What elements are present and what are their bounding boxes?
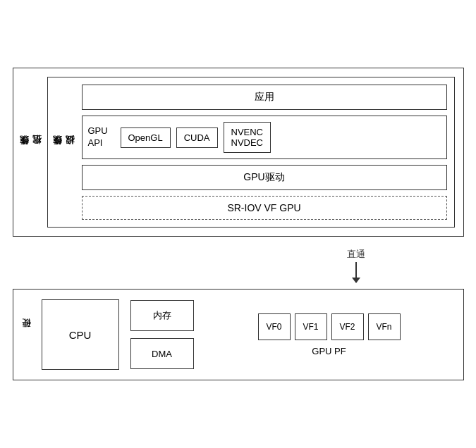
- nvenc-box: NVENC NVDEC: [224, 122, 271, 153]
- vf2-box: VF2: [331, 313, 364, 340]
- sriov-box: SR-IOV VF GPU: [82, 196, 447, 220]
- opengl-box: OpenGL: [121, 127, 171, 148]
- arrow-label-wrap: 直通: [347, 248, 365, 283]
- arrow-line: [355, 262, 357, 278]
- hardware-label: 硬件: [13, 290, 39, 380]
- gpu-pf-label: GPU PF: [312, 346, 346, 356]
- cpu-box: CPU: [42, 299, 119, 370]
- vm-section: 虚拟机 操作系统 应用 GPU API OpenGL CUDA: [47, 77, 455, 228]
- vf1-box: VF1: [295, 313, 327, 340]
- hardware-inner: CPU 内存 DMA VF0 VF1: [39, 290, 463, 380]
- vm-inner: 应用 GPU API OpenGL CUDA NVENC NVDEC: [79, 77, 454, 227]
- diagram-wrapper: 宿主机 操作系统 虚拟机 操作系统 应用 GPU API OpenGL: [13, 68, 464, 380]
- arrow-area: 直通: [13, 245, 464, 280]
- gpu-driver-box: GPU驱动: [82, 165, 447, 190]
- host-os-label: 宿主机 操作系统: [13, 68, 47, 236]
- mem-dma-col: 内存 DMA: [130, 300, 194, 369]
- dma-box: DMA: [130, 338, 194, 369]
- cuda-box: CUDA: [176, 127, 218, 148]
- gpu-api-row: GPU API OpenGL CUDA NVENC NVDEC: [82, 116, 447, 159]
- gpu-pf-section: VF0 VF1 VF2 VFn GPU PF: [205, 313, 453, 356]
- arrow-down: [352, 262, 360, 283]
- mem-box: 内存: [130, 300, 194, 331]
- vfn-box: VFn: [368, 313, 401, 340]
- host-container: 宿主机 操作系统 虚拟机 操作系统 应用 GPU API OpenGL: [13, 68, 464, 237]
- app-box: 应用: [82, 85, 447, 110]
- hardware-container: 硬件 CPU 内存 DMA VF0: [13, 289, 464, 380]
- gpu-api-label: GPU API: [88, 125, 115, 149]
- vf-row: VF0 VF1 VF2 VFn: [258, 313, 401, 340]
- vf0-box: VF0: [258, 313, 291, 340]
- vm-os-label: 虚拟机 操作系统: [48, 77, 79, 227]
- arrow-head: [352, 278, 360, 283]
- arrow-label: 直通: [347, 248, 365, 261]
